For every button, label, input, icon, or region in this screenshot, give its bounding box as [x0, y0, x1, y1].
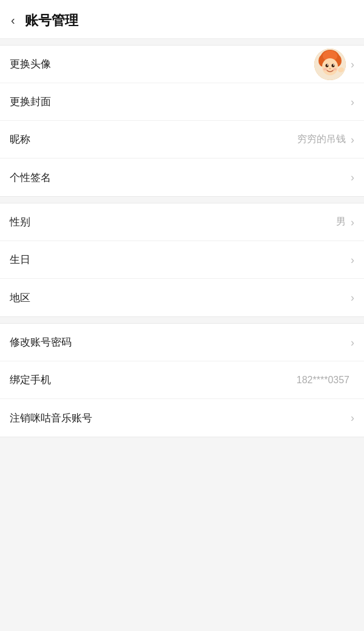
- svg-point-9: [333, 64, 334, 66]
- value-nickname: 穷穷的吊钱: [297, 133, 346, 146]
- label-cancel-account: 注销咪咕音乐账号: [10, 411, 351, 425]
- label-gender: 性别: [10, 215, 336, 229]
- row-cancel-account[interactable]: 注销咪咕音乐账号 ›: [0, 399, 364, 437]
- label-signature: 个性签名: [10, 171, 351, 185]
- label-nickname: 昵称: [10, 132, 297, 146]
- label-cover: 更换封面: [10, 95, 351, 109]
- svg-point-8: [327, 64, 328, 66]
- label-region: 地区: [10, 291, 351, 305]
- section-profile-top: 更换头像: [0, 45, 364, 197]
- chevron-icon: ›: [351, 412, 354, 423]
- chevron-icon: ›: [351, 59, 354, 70]
- row-avatar[interactable]: 更换头像: [0, 46, 364, 83]
- svg-point-10: [329, 68, 331, 69]
- svg-point-12: [333, 68, 337, 70]
- row-bind-phone[interactable]: 绑定手机 182****0357: [0, 361, 364, 399]
- svg-point-11: [323, 68, 327, 70]
- row-gender[interactable]: 性别 男 ›: [0, 203, 364, 241]
- chevron-icon: ›: [351, 292, 354, 303]
- chevron-icon: ›: [351, 254, 354, 265]
- back-button[interactable]: ‹: [10, 11, 19, 30]
- row-nickname[interactable]: 昵称 穷穷的吊钱 ›: [0, 121, 364, 159]
- chevron-icon: ›: [351, 217, 354, 228]
- avatar: [314, 49, 346, 80]
- chevron-icon: ›: [351, 134, 354, 145]
- label-bind-phone: 绑定手机: [10, 373, 297, 387]
- row-region[interactable]: 地区 ›: [0, 279, 364, 316]
- section-account-security: 修改账号密码 › 绑定手机 182****0357 注销咪咕音乐账号 ›: [0, 323, 364, 437]
- svg-point-6: [326, 64, 329, 67]
- value-gender: 男: [336, 216, 346, 228]
- chevron-icon: ›: [351, 337, 354, 348]
- svg-point-5: [322, 58, 338, 75]
- row-signature[interactable]: 个性签名 ›: [0, 159, 364, 196]
- svg-point-7: [332, 64, 335, 67]
- page-header: ‹ 账号管理: [0, 0, 364, 39]
- label-avatar: 更换头像: [10, 57, 314, 71]
- value-bind-phone: 182****0357: [297, 375, 349, 386]
- section-personal-info: 性别 男 › 生日 › 地区 ›: [0, 203, 364, 317]
- page-title: 账号管理: [25, 12, 78, 30]
- label-birthday: 生日: [10, 253, 351, 267]
- chevron-icon: ›: [351, 97, 354, 107]
- row-cover[interactable]: 更换封面 ›: [0, 83, 364, 121]
- row-birthday[interactable]: 生日 ›: [0, 241, 364, 279]
- chevron-icon: ›: [351, 172, 354, 183]
- label-change-password: 修改账号密码: [10, 335, 351, 349]
- row-change-password[interactable]: 修改账号密码 ›: [0, 324, 364, 361]
